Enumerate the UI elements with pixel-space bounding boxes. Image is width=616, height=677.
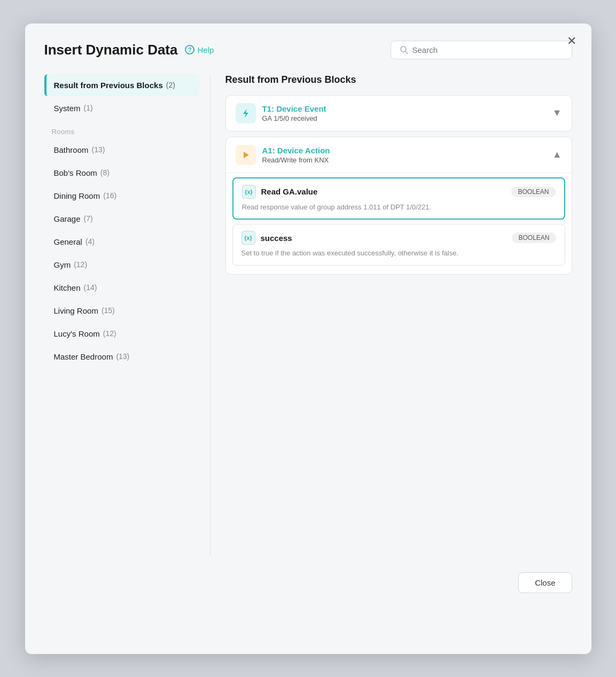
sidebar-item-count: (2) <box>166 81 175 89</box>
sidebar-item-result-from-previous-blocks[interactable]: Result from Previous Blocks (2) <box>44 74 199 96</box>
data-item-read-ga-value[interactable]: {x} Read GA.value BOOLEAN Read response … <box>232 177 565 220</box>
block-t1: T1: Device Event GA 1/5/0 received ▼ <box>225 95 572 131</box>
block-a1-subtitle: Read/Write from KNX <box>262 156 330 164</box>
var-icon: {x} <box>242 185 256 199</box>
modal: ✕ Insert Dynamic Data ? Help Result from… <box>25 24 591 654</box>
main-section-title: Result from Previous Blocks <box>225 74 572 85</box>
sidebar-item-garage[interactable]: Garage (7) <box>44 208 199 230</box>
sidebar-item-label: Bob's Room <box>54 168 97 177</box>
sidebar-item-count: (12) <box>74 260 87 269</box>
sidebar-item-count: (1) <box>84 104 93 112</box>
search-icon <box>400 45 408 54</box>
sidebar-item-count: (16) <box>103 191 116 200</box>
svg-line-1 <box>406 51 408 53</box>
sidebar-item-general[interactable]: General (4) <box>44 231 199 253</box>
sidebar-item-count: (8) <box>100 168 110 177</box>
data-item-success-left: {x} success <box>241 231 292 245</box>
sidebar-item-label: Bathroom <box>54 145 89 154</box>
block-a1-header[interactable]: A1: Device Action Read/Write from KNX ▲ <box>226 137 572 173</box>
block-a1-icon <box>236 145 256 165</box>
svg-marker-3 <box>244 152 249 158</box>
sidebar-item-label: System <box>54 104 81 113</box>
sidebar-item-count: (13) <box>92 145 105 154</box>
block-t1-info: T1: Device Event GA 1/5/0 received <box>262 104 326 122</box>
sidebar-item-label: Master Bedroom <box>54 352 113 361</box>
block-a1-items: {x} Read GA.value BOOLEAN Read response … <box>226 173 572 274</box>
sidebar-item-lucys-room[interactable]: Lucy's Room (12) <box>44 323 199 345</box>
close-footer-label: Close <box>535 578 555 587</box>
sidebar-rooms-label: Rooms <box>52 128 192 136</box>
sidebar-item-dining-room[interactable]: Dining Room (16) <box>44 185 199 207</box>
sidebar-item-label: General <box>54 237 82 246</box>
sidebar-item-bathroom[interactable]: Bathroom (13) <box>44 139 199 161</box>
var-icon-success: {x} <box>241 231 255 245</box>
sidebar-item-system[interactable]: System (1) <box>44 97 199 119</box>
block-t1-icon <box>236 103 256 123</box>
data-item-success[interactable]: {x} success BOOLEAN Set to true if the a… <box>232 224 565 266</box>
sidebar-item-label: Result from Previous Blocks <box>54 81 163 90</box>
block-t1-header-left: T1: Device Event GA 1/5/0 received <box>236 103 326 123</box>
data-item-read-ga-value-header: {x} Read GA.value BOOLEAN <box>242 185 556 199</box>
block-a1-chevron[interactable]: ▲ <box>552 149 562 160</box>
block-a1-header-left: A1: Device Action Read/Write from KNX <box>236 145 330 165</box>
block-a1-title: A1: Device Action <box>262 146 330 155</box>
modal-body: Result from Previous Blocks (2) System (… <box>44 74 572 555</box>
sidebar-item-label: Dining Room <box>54 191 100 200</box>
sidebar-item-count: (14) <box>84 283 97 292</box>
sidebar-item-count: (4) <box>85 237 95 246</box>
data-item-left: {x} Read GA.value <box>242 185 318 199</box>
help-label: Help <box>197 45 214 55</box>
close-footer-button[interactable]: Close <box>518 572 572 593</box>
sidebar-divider <box>210 74 210 555</box>
search-input[interactable] <box>412 45 563 55</box>
close-icon-button[interactable]: ✕ <box>567 35 576 47</box>
sidebar-item-gym[interactable]: Gym (12) <box>44 254 199 276</box>
play-icon <box>240 150 251 160</box>
data-item-name: Read GA.value <box>261 187 318 196</box>
sidebar-item-count: (15) <box>102 306 115 315</box>
sidebar-item-count: (12) <box>103 329 116 338</box>
sidebar-item-label: Garage <box>54 214 81 223</box>
modal-header: Insert Dynamic Data ? Help <box>44 41 572 59</box>
block-a1-info: A1: Device Action Read/Write from KNX <box>262 146 330 164</box>
block-t1-chevron[interactable]: ▼ <box>552 107 562 119</box>
help-link[interactable]: ? Help <box>185 45 214 55</box>
sidebar-item-label: Gym <box>54 260 71 269</box>
sidebar-item-count: (13) <box>116 352 129 361</box>
sidebar: Result from Previous Blocks (2) System (… <box>44 74 210 555</box>
modal-title-area: Insert Dynamic Data ? Help <box>44 42 214 58</box>
sidebar-item-living-room[interactable]: Living Room (15) <box>44 300 199 322</box>
data-item-success-name: success <box>261 234 292 243</box>
block-t1-subtitle: GA 1/5/0 received <box>262 114 326 122</box>
main-content: Result from Previous Blocks T1: Dev <box>225 74 572 555</box>
help-icon: ? <box>185 45 194 55</box>
type-badge: BOOLEAN <box>511 186 555 197</box>
sidebar-item-kitchen[interactable]: Kitchen (14) <box>44 277 199 299</box>
sidebar-item-bobs-room[interactable]: Bob's Room (8) <box>44 162 199 184</box>
data-item-success-desc: Set to true if the action was executed s… <box>241 248 556 259</box>
close-icon: ✕ <box>567 34 576 48</box>
scroll-container: T1: Device Event GA 1/5/0 received ▼ <box>225 95 572 275</box>
block-a1: A1: Device Action Read/Write from KNX ▲ <box>225 137 572 275</box>
search-box <box>391 41 572 59</box>
sidebar-item-count: (7) <box>84 214 93 223</box>
chevron-down-icon: ▼ <box>552 107 562 118</box>
sidebar-item-label: Living Room <box>54 306 98 315</box>
sidebar-item-master-bedroom[interactable]: Master Bedroom (13) <box>44 346 199 368</box>
block-t1-header[interactable]: T1: Device Event GA 1/5/0 received ▼ <box>226 96 572 131</box>
data-item-success-header: {x} success BOOLEAN <box>241 231 556 245</box>
svg-marker-2 <box>243 109 248 118</box>
chevron-up-icon: ▲ <box>552 149 562 160</box>
block-t1-title: T1: Device Event <box>262 104 326 113</box>
sidebar-item-label: Kitchen <box>54 283 81 292</box>
type-badge-success: BOOLEAN <box>512 232 556 243</box>
sidebar-item-label: Lucy's Room <box>54 329 100 338</box>
lightning-icon <box>240 108 251 119</box>
modal-title: Insert Dynamic Data <box>44 42 178 58</box>
data-item-desc: Read response value of group address 1.0… <box>242 202 556 213</box>
modal-footer: Close <box>44 572 572 593</box>
